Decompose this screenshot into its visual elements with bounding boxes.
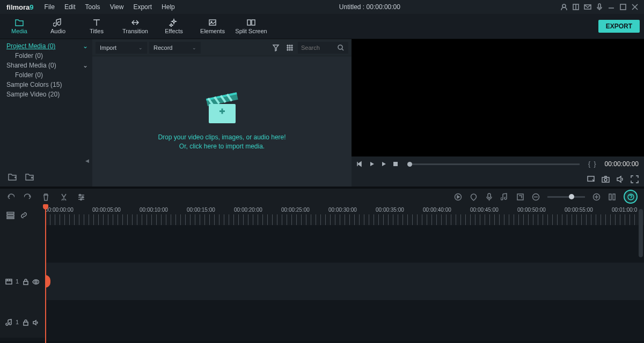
minimize-icon[interactable] [608,3,615,11]
menu-help[interactable]: Help [157,1,179,13]
volume-icon[interactable] [616,175,624,183]
svg-rect-41 [517,194,523,200]
zoom-out-icon[interactable] [532,193,540,201]
layout-icon[interactable] [572,3,580,11]
help-button[interactable] [624,190,638,204]
svg-point-13 [287,45,288,46]
playhead[interactable] [45,205,46,343]
export-button[interactable]: EXPORT [598,20,640,33]
prev-frame-button[interactable] [357,161,363,167]
redo-icon[interactable] [24,193,32,201]
svg-rect-57 [24,281,28,285]
menu-file[interactable]: File [40,1,59,13]
zoom-fit-icon[interactable] [608,193,616,201]
svg-rect-48 [613,194,615,200]
fullscreen-icon[interactable] [631,175,639,183]
delete-icon[interactable] [42,193,50,201]
ruler-tick: 00:00:20:00 [234,207,262,213]
lock-icon[interactable] [22,278,29,285]
link-icon[interactable] [20,211,28,219]
svg-point-36 [79,194,81,196]
delete-folder-icon[interactable] [25,173,34,181]
tab-effects[interactable]: Effects [155,14,193,39]
filter-icon[interactable] [270,42,282,54]
video-track-body[interactable] [45,263,644,300]
audio-track-icon [5,319,12,326]
grid-view-icon[interactable] [284,42,296,54]
timeline-ruler: 00:00:00:0000:00:05:0000:00:10:0000:00:1… [0,205,644,225]
svg-rect-28 [221,108,223,114]
zoom-slider[interactable] [547,196,585,198]
preview-scrubber[interactable] [407,163,580,165]
sidebar-item-sample-colors[interactable]: Sample Colors (15) [0,80,92,90]
ruler-tick: 00:00:05:00 [92,207,121,213]
crop-icon[interactable] [516,193,524,201]
track-manage-icon[interactable] [6,211,14,219]
tab-titles[interactable]: Titles [77,14,116,39]
mute-icon[interactable] [32,319,39,326]
menu-export[interactable]: Export [129,1,156,13]
snapshot-icon[interactable] [602,175,610,183]
maximize-icon[interactable] [619,3,627,11]
svg-rect-4 [598,4,601,8]
undo-icon[interactable] [6,193,14,201]
svg-point-38 [80,198,82,200]
video-track-1[interactable]: 1 [0,263,644,300]
audio-track-1[interactable]: 1 [0,307,644,338]
tab-transition[interactable]: Transition [116,14,155,39]
audio-mixer-icon[interactable] [501,193,509,201]
svg-rect-11 [247,20,251,25]
search-input[interactable] [301,44,335,51]
mark-in-out[interactable]: { } [588,160,596,168]
sidebar-item-folder-1[interactable]: Folder (0) [0,51,92,61]
ruler-track[interactable]: 00:00:00:0000:00:05:0000:00:10:0000:00:1… [45,205,644,225]
vertical-scrollbar[interactable] [639,209,643,338]
sidebar-item-project-media[interactable]: Project Media (0)⌄ [0,41,92,51]
adjust-icon[interactable] [77,193,85,201]
sidebar-item-shared-media[interactable]: Shared Media (0)⌄ [0,61,92,70]
svg-rect-53 [6,279,12,284]
zoom-in-icon[interactable] [592,193,601,201]
sidebar-collapse-handle[interactable]: ◀ [0,154,92,167]
split-icon[interactable] [60,193,68,201]
svg-line-23 [342,49,343,50]
voiceover-icon[interactable] [485,193,493,201]
search-box[interactable] [298,42,348,54]
window-controls [560,3,641,11]
ruler-tick: 00:00:45:00 [470,207,499,213]
play-button[interactable] [369,161,375,167]
audio-track-body[interactable] [45,307,644,338]
ruler-tick: 00:00:10:00 [140,207,168,213]
visibility-icon[interactable] [32,278,39,285]
menu-tools[interactable]: Tools [81,1,105,13]
tab-split-screen[interactable]: Split Screen [232,14,270,39]
svg-point-19 [287,49,288,50]
sidebar-item-folder-2[interactable]: Folder (0) [0,70,92,80]
tab-elements[interactable]: Elements [193,14,232,39]
lock-icon[interactable] [22,319,29,326]
svg-point-0 [562,4,566,8]
record-dropdown[interactable]: Record⌄ [149,42,201,54]
tab-audio[interactable]: Audio [39,14,77,39]
mail-icon[interactable] [584,3,591,11]
import-dropdown[interactable]: Import⌄ [96,42,147,54]
close-icon[interactable] [631,3,639,11]
svg-rect-29 [393,162,398,166]
marker-icon[interactable] [470,193,478,201]
new-folder-icon[interactable] [8,173,17,181]
user-icon[interactable] [560,3,568,11]
render-icon[interactable] [454,193,462,201]
menu-view[interactable]: View [106,1,128,13]
import-drop-zone[interactable]: Drop your video clips, images, or audio … [92,56,352,187]
tab-media[interactable]: Media [0,14,39,39]
menu-edit[interactable]: Edit [60,1,80,13]
sidebar-item-sample-video[interactable]: Sample Video (20) [0,90,92,99]
search-icon [338,44,344,51]
screen-icon[interactable] [587,175,595,183]
preview-video[interactable] [352,39,644,156]
svg-point-16 [287,47,288,48]
mic-icon[interactable] [596,3,603,11]
stop-button[interactable] [392,161,399,167]
svg-point-32 [604,178,607,181]
next-frame-button[interactable] [380,161,387,167]
